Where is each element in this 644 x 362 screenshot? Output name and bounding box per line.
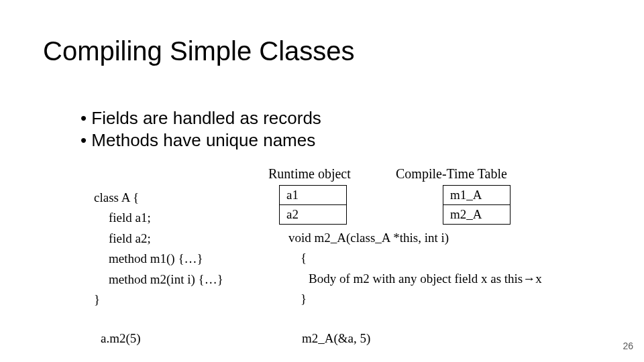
code-line: class A { (94, 188, 223, 208)
compile-time-table: m1_A m2_A (443, 185, 511, 225)
runtime-object-label: Runtime object (268, 166, 351, 182)
table-row: a2 (280, 205, 347, 225)
code-line: { (288, 248, 542, 268)
table-cell: a2 (280, 205, 347, 225)
code-line: field a1; (94, 208, 223, 228)
table-row: a1 (280, 186, 347, 205)
class-definition-code: class A { field a1; field a2; method m1(… (94, 188, 223, 310)
code-line: void m2_A(class_A *this, int i) (288, 228, 542, 248)
code-line: field a2; (94, 229, 223, 249)
code-line: } (288, 289, 542, 309)
runtime-object-table: a1 a2 (279, 185, 347, 225)
source-call: a.m2(5) (101, 331, 141, 346)
compiled-call: m2_A(&a, 5) (302, 331, 370, 346)
bullet-1: Fields are handled as records (80, 107, 321, 129)
code-line: Body of m2 with any object field x as th… (288, 269, 542, 289)
code-line: } (94, 290, 223, 310)
table-row: m2_A (443, 205, 511, 225)
bullet-list: Fields are handled as records Methods ha… (80, 107, 321, 151)
slide-title: Compiling Simple Classes (43, 36, 355, 66)
bullet-2: Methods have unique names (80, 129, 321, 152)
table-cell: m1_A (443, 186, 511, 205)
code-line: method m1() {…} (94, 249, 223, 269)
table-cell: m2_A (443, 205, 511, 225)
table-row: m1_A (443, 186, 511, 205)
body-text-post: x (535, 272, 542, 286)
table-cell: a1 (280, 186, 347, 205)
page-number: 26 (623, 341, 633, 351)
compile-time-table-label: Compile-Time Table (396, 166, 507, 182)
compiled-method-code: void m2_A(class_A *this, int i) { Body o… (288, 228, 542, 310)
code-line: method m2(int i) {…} (94, 269, 223, 290)
right-arrow-icon: → (523, 272, 535, 286)
body-text-pre: Body of m2 with any object field x as th… (309, 272, 523, 286)
